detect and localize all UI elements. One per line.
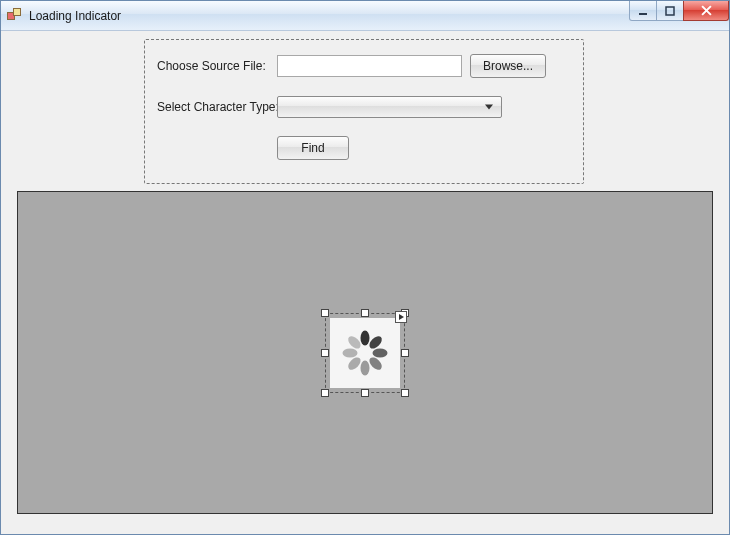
source-file-input[interactable]: [277, 55, 462, 77]
ctype-row: Select Character Type:: [157, 96, 571, 118]
resize-handle-sw[interactable]: [321, 389, 329, 397]
browse-button[interactable]: Browse...: [470, 54, 546, 78]
app-window: Loading Indicator Choose Source File: Br…: [0, 0, 730, 535]
resize-handle-w[interactable]: [321, 349, 329, 357]
character-type-label: Select Character Type:: [157, 100, 277, 114]
source-row: Choose Source File: Browse...: [157, 54, 571, 78]
resize-handle-s[interactable]: [361, 389, 369, 397]
resize-handle-e[interactable]: [401, 349, 409, 357]
window-title: Loading Indicator: [29, 9, 121, 23]
smart-tag-arrow-icon[interactable]: [395, 311, 407, 323]
window-controls: [630, 1, 729, 21]
source-file-label: Choose Source File:: [157, 59, 277, 73]
find-button[interactable]: Find: [277, 136, 349, 160]
character-type-select[interactable]: [277, 96, 502, 118]
title-bar[interactable]: Loading Indicator: [1, 1, 729, 31]
selection-outline: [325, 313, 405, 393]
svg-rect-1: [666, 7, 674, 15]
designer-selection[interactable]: [325, 313, 405, 393]
client-area: Choose Source File: Browse... Select Cha…: [1, 31, 729, 534]
svg-rect-0: [639, 13, 647, 15]
resize-handle-n[interactable]: [361, 309, 369, 317]
resize-handle-se[interactable]: [401, 389, 409, 397]
minimize-button[interactable]: [629, 1, 657, 21]
app-icon: [7, 8, 23, 24]
resize-handle-nw[interactable]: [321, 309, 329, 317]
form-group: Choose Source File: Browse... Select Cha…: [144, 39, 584, 184]
maximize-button[interactable]: [656, 1, 684, 21]
preview-panel: [17, 191, 713, 514]
close-button[interactable]: [683, 1, 729, 21]
find-row: Find: [157, 136, 571, 160]
